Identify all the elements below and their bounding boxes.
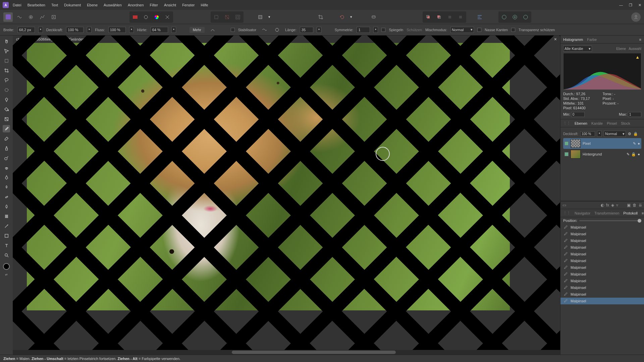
flow-dropdown[interactable]: ▾ — [129, 27, 134, 33]
move-tool[interactable] — [3, 47, 10, 55]
min-input[interactable] — [571, 112, 585, 117]
warning-icon[interactable]: ▲ — [635, 55, 640, 60]
adjustment-layer-button[interactable]: ◐ — [601, 203, 604, 207]
layer-visibility-checkbox[interactable] — [565, 141, 569, 145]
liquify-persona-button[interactable] — [15, 12, 24, 22]
rotate-dropdown[interactable]: ▾ — [349, 12, 354, 22]
history-item[interactable]: Malpinsel — [560, 257, 644, 264]
invert-selection-button[interactable] — [233, 12, 243, 22]
clone-tool[interactable] — [3, 144, 10, 152]
move-forward-button[interactable] — [456, 12, 465, 22]
layer-row[interactable]: Hintergrund✎ 🔒 ● — [563, 149, 641, 160]
menu-help[interactable]: Hilfe — [201, 3, 208, 7]
color-picker-tool[interactable] — [3, 222, 10, 230]
develop-persona-button[interactable] — [26, 12, 36, 22]
layer-blend-select[interactable]: Normal▾ — [604, 131, 626, 137]
photo-persona-button[interactable] — [3, 12, 13, 22]
swap-colors-icon[interactable]: ⇄ — [5, 273, 8, 276]
color-format-button[interactable] — [130, 12, 140, 22]
add-layer-button[interactable]: ▣ — [627, 203, 631, 207]
healing-tool[interactable] — [3, 193, 10, 200]
force-pressure-button[interactable] — [208, 25, 217, 35]
width-input[interactable] — [17, 27, 35, 33]
layer-lock-icon[interactable]: 🔒 — [633, 132, 638, 136]
blur-tool[interactable] — [3, 203, 10, 210]
flood-select-tool[interactable] — [3, 96, 10, 103]
hardness-dropdown[interactable]: ▾ — [171, 27, 176, 33]
history-item[interactable]: Malpinsel — [560, 237, 644, 244]
layer-opacity-dropdown[interactable]: ▾ — [597, 131, 602, 137]
tab-color[interactable]: Farbe — [587, 38, 597, 42]
dodge-tool[interactable] — [3, 154, 10, 162]
tab-channels[interactable]: Kanäle — [591, 121, 603, 125]
stock-prev-button[interactable] — [499, 12, 509, 22]
foreground-color-swatch[interactable] — [3, 263, 10, 270]
smudge-tool[interactable] — [3, 183, 10, 191]
close-button[interactable]: ✕ — [638, 3, 641, 7]
flow-input[interactable] — [108, 27, 126, 33]
edit-icon[interactable]: ✎ — [633, 141, 636, 146]
protect-alpha-checkbox[interactable] — [511, 28, 515, 32]
blend-select[interactable]: Normal▾ — [450, 27, 474, 33]
deselect-button[interactable] — [222, 12, 232, 22]
inpainting-tool[interactable] — [3, 164, 10, 171]
history-item[interactable]: Malpinsel — [560, 251, 644, 257]
stabilizer-mode-window[interactable] — [272, 25, 282, 35]
gradient-tool[interactable] — [3, 115, 10, 123]
panel-menu-icon[interactable]: ≡ — [642, 211, 644, 215]
tab-histogram[interactable]: Histogramm — [563, 38, 583, 42]
menu-filter[interactable]: Filter — [150, 3, 158, 7]
mask-layer-button[interactable]: ▭ — [562, 203, 566, 207]
menu-layer[interactable]: Ebene — [87, 3, 98, 7]
merge-layer-button[interactable]: ⇊ — [639, 203, 642, 207]
alignment-button[interactable] — [475, 12, 484, 22]
autocontrast-button[interactable] — [163, 12, 172, 22]
mirror-checkbox[interactable] — [381, 28, 385, 32]
text-tool[interactable] — [3, 242, 10, 249]
zoom-tool[interactable] — [3, 251, 10, 259]
menu-file[interactable]: Datei — [13, 3, 21, 7]
layer-opacity-input[interactable] — [580, 131, 595, 136]
delete-layer-button[interactable]: 🗑 — [633, 203, 637, 207]
history-item[interactable]: Malpinsel — [560, 291, 644, 298]
tab-history[interactable]: Protokoll — [623, 211, 638, 215]
tab-layers[interactable]: Ebenen — [575, 121, 587, 125]
crop-toggle-button[interactable] — [316, 12, 325, 22]
stabilizer-checkbox[interactable] — [231, 28, 235, 32]
tone-map-persona-button[interactable] — [38, 12, 47, 22]
history-item[interactable]: Malpinsel — [560, 284, 644, 291]
move-backward-button[interactable] — [445, 12, 454, 22]
maximize-button[interactable]: ❐ — [629, 3, 632, 7]
position-slider[interactable] — [579, 220, 641, 221]
tab-navigator[interactable]: Navigator — [575, 211, 590, 215]
live-filter-button[interactable]: ◈ — [611, 203, 614, 207]
assistant-button[interactable] — [369, 12, 378, 22]
export-persona-button[interactable] — [49, 12, 58, 22]
layer-row[interactable]: Pixel✎ ● — [563, 138, 641, 149]
paint-brush-tool[interactable] — [3, 125, 10, 132]
menu-view[interactable]: Ansicht — [164, 3, 176, 7]
visible-icon[interactable]: ● — [638, 152, 640, 157]
panel-menu-icon[interactable]: ≡ — [639, 38, 641, 42]
opacity-input[interactable] — [66, 27, 84, 33]
tab-stock[interactable]: Stock — [621, 121, 630, 125]
stabilizer-mode-rope[interactable] — [260, 25, 269, 35]
shape-tool[interactable] — [3, 232, 10, 239]
length-dropdown[interactable]: ▾ — [317, 27, 321, 33]
history-item[interactable]: Malpinsel — [560, 231, 644, 237]
horizontal-scrollbar[interactable] — [13, 350, 560, 355]
lasso-tool[interactable] — [3, 76, 10, 84]
rotate-button[interactable] — [337, 12, 347, 22]
account-button[interactable] — [631, 12, 641, 22]
tab-brushes[interactable]: Pinsel — [607, 121, 617, 125]
opacity-dropdown[interactable]: ▾ — [87, 27, 92, 33]
stock-next-button[interactable] — [521, 12, 530, 22]
menu-text[interactable]: Text — [51, 3, 58, 7]
max-input[interactable] — [628, 112, 641, 117]
history-item[interactable]: Malpinsel — [560, 244, 644, 251]
minimize-button[interactable]: — — [619, 3, 623, 7]
wet-edges-checkbox[interactable] — [477, 28, 481, 32]
canvas[interactable] — [27, 43, 510, 310]
quick-mask-button[interactable] — [256, 12, 265, 22]
visible-icon[interactable]: ● — [638, 141, 640, 146]
